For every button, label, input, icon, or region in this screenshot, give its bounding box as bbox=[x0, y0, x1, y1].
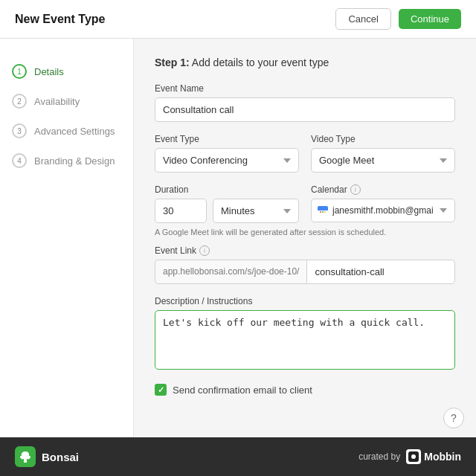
header-actions: Cancel Continue bbox=[335, 8, 461, 30]
help-button[interactable]: ? bbox=[443, 408, 464, 428]
event-name-label: Event Name bbox=[155, 83, 455, 94]
sidebar-item-availability[interactable]: 2 Availability bbox=[0, 86, 133, 116]
cancel-button[interactable]: Cancel bbox=[335, 8, 390, 30]
calendar-info-icon[interactable]: i bbox=[350, 184, 361, 195]
step-title: Step 1: Add details to your event type bbox=[155, 57, 455, 68]
event-type-group: Event Type Video Conferencing In Person … bbox=[155, 134, 299, 173]
calendar-select-wrapper: janesmithf.mobbin@gmail.com bbox=[311, 199, 455, 222]
event-type-label: Event Type bbox=[155, 134, 299, 144]
event-link-prefix: app.hellobonsai.com/s/joe-doe-10/ bbox=[155, 260, 306, 284]
confirmation-checkbox[interactable] bbox=[155, 384, 167, 396]
footer-mobbin: curated by Mobbin bbox=[358, 449, 461, 464]
description-label: Description / Instructions bbox=[155, 296, 455, 306]
sidebar-item-label-availability: Availability bbox=[34, 96, 80, 107]
svg-rect-2 bbox=[318, 208, 328, 210]
duration-input[interactable] bbox=[155, 199, 207, 223]
mobbin-brand-name: Mobbin bbox=[424, 451, 461, 463]
footer: Bonsai curated by Mobbin bbox=[0, 437, 476, 476]
page-title: New Event Type bbox=[15, 13, 106, 26]
header: New Event Type Cancel Continue bbox=[0, 0, 476, 39]
video-type-label: Video Type bbox=[311, 134, 455, 144]
event-name-group: Event Name bbox=[155, 83, 455, 122]
google-meet-hint: A Google Meet link will be generated aft… bbox=[155, 228, 455, 237]
mobbin-icon-svg bbox=[408, 451, 419, 462]
calendar-select[interactable]: janesmithf.mobbin@gmail.com bbox=[311, 199, 455, 222]
step-indicator-2: 2 bbox=[12, 94, 27, 109]
main-content: 1 Details 2 Availability 3 Advanced Sett… bbox=[0, 39, 476, 437]
bonsai-icon-svg bbox=[19, 450, 32, 463]
description-textarea[interactable]: Let's kick off our meeting with a quick … bbox=[155, 310, 455, 370]
step-title-text: Add details to your event type bbox=[192, 57, 329, 68]
description-group: Description / Instructions Let's kick of… bbox=[155, 296, 455, 372]
svg-rect-6 bbox=[24, 459, 27, 463]
continue-button[interactable]: Continue bbox=[399, 9, 461, 29]
step-indicator-1: 1 bbox=[12, 64, 27, 79]
step-indicator-3: 3 bbox=[12, 123, 27, 138]
event-link-input[interactable] bbox=[306, 260, 455, 284]
event-name-input[interactable] bbox=[155, 97, 455, 122]
svg-point-5 bbox=[324, 211, 326, 213]
confirmation-checkbox-label: Send confirmation email to client bbox=[173, 385, 312, 396]
footer-brand: Bonsai bbox=[15, 446, 79, 467]
event-link-label: Event Link bbox=[155, 245, 196, 256]
event-type-select[interactable]: Video Conferencing In Person Phone Call bbox=[155, 148, 299, 173]
step-indicator-4: 4 bbox=[12, 153, 27, 168]
bonsai-brand-name: Bonsai bbox=[42, 451, 79, 463]
sidebar-item-label-advanced: Advanced Settings bbox=[34, 126, 115, 137]
video-type-select[interactable]: Google Meet Zoom Microsoft Teams bbox=[311, 148, 455, 173]
event-link-group: Event Link i app.hellobonsai.com/s/joe-d… bbox=[155, 245, 455, 284]
duration-inputs: Minutes Hours bbox=[155, 199, 299, 223]
bonsai-logo-icon bbox=[15, 446, 36, 467]
calendar-label-row: Calendar i bbox=[311, 184, 455, 195]
event-link-row: app.hellobonsai.com/s/joe-doe-10/ bbox=[155, 260, 455, 284]
type-row: Event Type Video Conferencing In Person … bbox=[155, 134, 455, 184]
mobbin-logo: Mobbin bbox=[406, 449, 461, 464]
sidebar-item-advanced-settings[interactable]: 3 Advanced Settings bbox=[0, 116, 133, 146]
svg-point-3 bbox=[320, 211, 321, 213]
sidebar-item-branding-design[interactable]: 4 Branding & Design bbox=[0, 146, 133, 176]
calendar-icon bbox=[317, 205, 329, 216]
svg-point-4 bbox=[322, 211, 324, 213]
svg-point-8 bbox=[411, 454, 416, 459]
sidebar-item-label-branding: Branding & Design bbox=[34, 155, 115, 167]
duration-unit-select[interactable]: Minutes Hours bbox=[213, 199, 299, 223]
form-area: Step 1: Add details to your event type E… bbox=[134, 39, 476, 437]
sidebar-item-label-details: Details bbox=[34, 66, 64, 77]
sidebar-item-details[interactable]: 1 Details bbox=[0, 57, 133, 86]
sidebar: 1 Details 2 Availability 3 Advanced Sett… bbox=[0, 39, 134, 437]
calendar-label: Calendar bbox=[311, 184, 347, 195]
step-title-prefix: Step 1: bbox=[155, 57, 190, 68]
duration-label: Duration bbox=[155, 184, 299, 195]
mobbin-icon bbox=[406, 449, 421, 464]
event-link-label-row: Event Link i bbox=[155, 245, 455, 256]
curated-by-text: curated by bbox=[358, 451, 400, 462]
video-type-group: Video Type Google Meet Zoom Microsoft Te… bbox=[311, 134, 455, 173]
duration-group: Duration Minutes Hours bbox=[155, 184, 299, 223]
event-link-info-icon[interactable]: i bbox=[199, 245, 210, 256]
confirmation-checkbox-row: Send confirmation email to client bbox=[155, 384, 455, 396]
calendar-group: Calendar i janesmithf.mobbin@gmail.com bbox=[311, 184, 455, 223]
